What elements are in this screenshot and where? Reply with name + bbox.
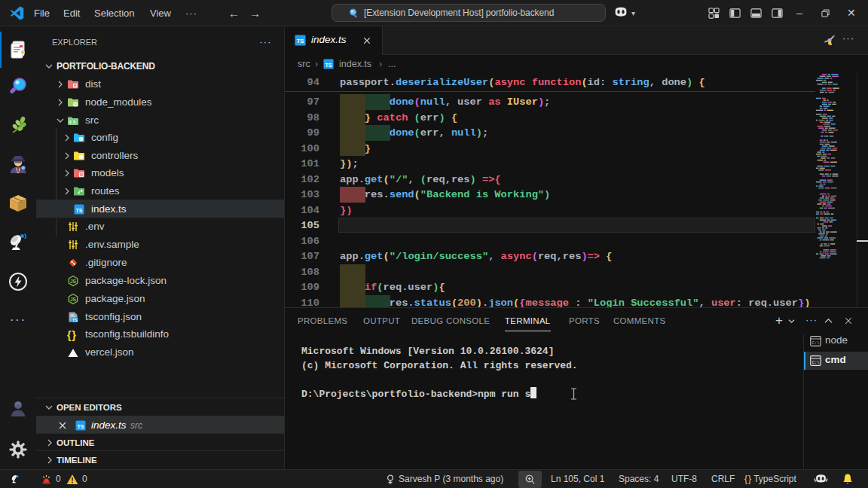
svg-text:TS: TS xyxy=(72,318,78,322)
svg-text:TS: TS xyxy=(326,63,332,68)
svg-text:TS: TS xyxy=(78,424,84,429)
svg-text:JS: JS xyxy=(70,297,77,302)
svg-text:TS: TS xyxy=(76,208,83,213)
svg-text:JS: JS xyxy=(70,279,77,284)
svg-text:TS: TS xyxy=(297,38,304,44)
svg-text:C:\: C:\ xyxy=(811,340,820,346)
svg-text:C:\: C:\ xyxy=(811,360,820,365)
